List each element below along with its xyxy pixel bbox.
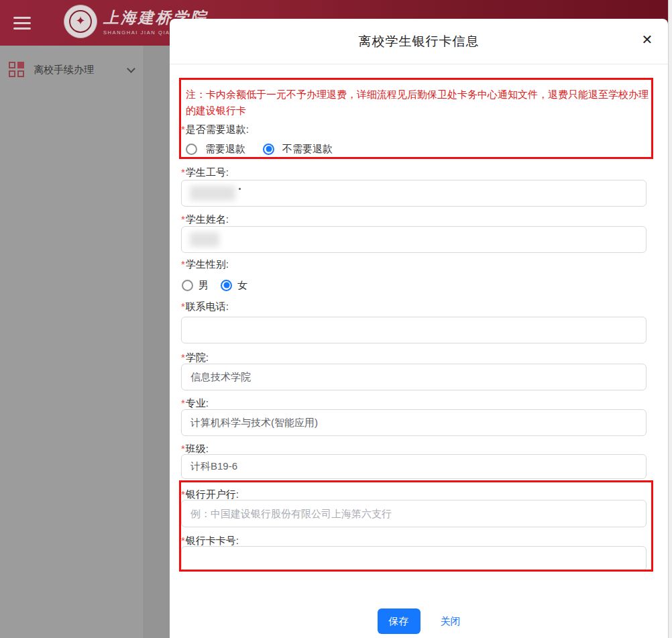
radio-no-refund[interactable]: 不需要退款 [263,143,333,156]
student-id-label: *学生工号: [181,166,229,179]
radio-icon [182,280,193,291]
redacted-student-id [190,186,235,201]
major-input[interactable] [181,409,647,436]
radio-male[interactable]: 男 [182,279,209,292]
student-name-input[interactable] [181,226,647,253]
dialog-title: 离校学生银行卡信息 [170,33,668,50]
radio-icon [263,144,274,155]
radio-need-refund[interactable]: 需要退款 [186,143,245,156]
chevron-down-icon [127,64,135,73]
student-name-label: *学生姓名: [181,213,229,226]
hamburger-menu-icon[interactable] [13,17,31,30]
radio-icon [186,144,197,155]
college-input[interactable] [181,364,647,390]
redacted-student-name [190,232,219,247]
student-id-input[interactable] [181,180,647,207]
phone-input[interactable] [181,317,647,343]
refund-label: *是否需要退款: [181,123,249,136]
sidebar-item-leave-procedures[interactable]: 离校手续办理 [0,46,144,78]
radio-female[interactable]: 女 [221,279,247,292]
phone-label: *联系电话: [181,301,229,313]
gender-label: *学生性别: [181,258,229,271]
card-number-input[interactable] [181,546,647,571]
sidebar: 离校手续办理 [0,46,144,638]
title-divider [170,64,668,64]
gender-radio-group: 男 女 [182,278,247,292]
refund-note-text: 注：卡内余额低于一元不予办理退费，详细流程见后勤保卫处卡务中心通知文件，退费只能… [186,87,651,118]
radio-icon [221,280,232,291]
sidebar-item-label: 离校手续办理 [34,64,94,76]
redacted-dot [239,188,241,190]
refund-radio-group: 需要退款 不需要退款 [186,142,333,156]
bank-card-info-dialog: 离校学生银行卡信息 ✕ 注：卡内余额低于一元不予办理退费，详细流程见后勤保卫处卡… [170,19,668,638]
page-scrollbar[interactable] [668,0,672,638]
dialog-actions: 保存 关闭 [170,608,668,635]
college-label: *学院: [181,352,209,364]
grid-menu-icon [9,62,25,78]
save-button[interactable]: 保存 [378,608,421,634]
close-link[interactable]: 关闭 [441,615,461,628]
close-icon[interactable]: ✕ [638,31,656,48]
bank-branch-input[interactable] [181,500,647,527]
major-label: *专业: [181,397,209,410]
university-seal-icon [64,5,97,38]
class-input[interactable] [181,454,647,479]
